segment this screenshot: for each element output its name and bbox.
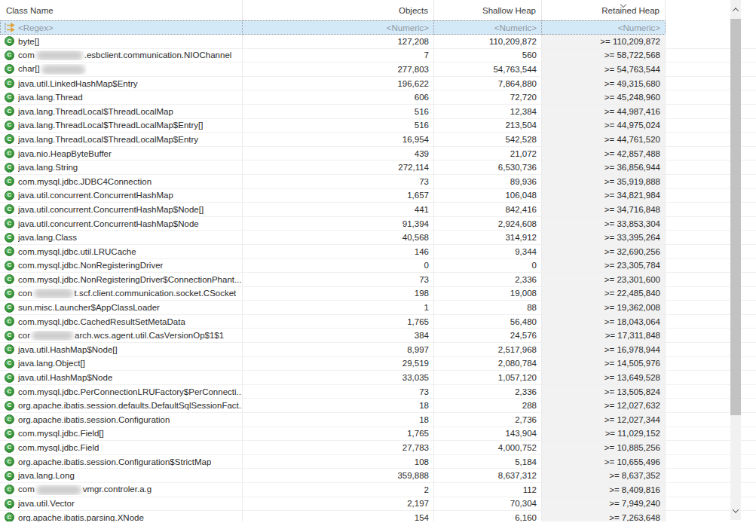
retained-heap-cell[interactable]: >= 7,949,240 — [542, 497, 666, 511]
retained-heap-cell[interactable]: >= 12,027,632 — [542, 399, 666, 412]
objects-cell[interactable]: 8,997 — [243, 343, 434, 356]
retained-heap-cell[interactable]: >= 32,690,256 — [542, 245, 666, 258]
shallow-heap-cell[interactable]: 19,008 — [434, 287, 542, 301]
scroll-up-button[interactable] — [730, 0, 741, 19]
retained-heap-cell[interactable]: >= 33,853,304 — [542, 217, 666, 231]
objects-cell[interactable]: 108 — [243, 455, 434, 469]
retained-heap-cell[interactable]: >= 44,761,520 — [542, 133, 666, 146]
retained-heap-cell[interactable]: >= 44,987,416 — [542, 105, 666, 118]
shallow-heap-cell[interactable]: 288 — [434, 399, 542, 412]
retained-heap-cell[interactable]: >= 22,485,840 — [542, 287, 666, 301]
table-row[interactable]: Cjava.util.Vector2,19770,304>= 7,949,240 — [0, 497, 756, 512]
table-row[interactable]: Cjava.util.HashMap$Node33,0351,057,120>=… — [0, 371, 756, 385]
objects-cell[interactable]: 359,888 — [243, 469, 434, 482]
table-row[interactable]: Cjava.lang.Object[]29,5192,080,784>= 14,… — [0, 357, 756, 371]
retained-heap-cell[interactable]: >= 16,978,944 — [542, 343, 666, 356]
objects-cell[interactable]: 384 — [243, 329, 434, 342]
retained-heap-filter-field[interactable]: <Numeric> — [542, 20, 666, 35]
class-name-cell[interactable]: Cjava.lang.Class — [0, 231, 243, 244]
objects-cell[interactable]: 441 — [243, 203, 434, 216]
shallow-heap-cell[interactable]: 88 — [434, 301, 542, 314]
class-name-cell[interactable]: Ccom.mysql.jdbc.NonRegisteringDriver — [0, 259, 243, 273]
shallow-heap-cell[interactable]: 1,057,120 — [434, 371, 542, 384]
table-row[interactable]: Ccom.mysql.jdbc.Field27,7834,000,752>= 1… — [0, 441, 756, 455]
class-name-cell[interactable]: Csun.misc.Launcher$AppClassLoader — [0, 301, 243, 314]
retained-heap-cell[interactable]: >= 11,029,152 — [542, 427, 666, 441]
shallow-heap-cell[interactable]: 842,416 — [434, 203, 542, 216]
retained-heap-cell[interactable]: >= 49,315,680 — [542, 77, 666, 90]
shallow-heap-cell[interactable]: 542,528 — [434, 133, 542, 146]
shallow-heap-cell[interactable]: 70,304 — [434, 497, 542, 511]
objects-cell[interactable]: 33,035 — [243, 371, 434, 384]
table-row[interactable]: Ccom.mysql.jdbc.Field[]1,765143,904>= 11… — [0, 427, 756, 442]
table-row[interactable]: Cjava.lang.ThreadLocal$ThreadLocalMap$En… — [0, 133, 756, 147]
retained-heap-cell[interactable]: >= 8,637,352 — [542, 469, 666, 482]
table-row[interactable]: Cjava.lang.Long359,8888,637,312>= 8,637,… — [0, 469, 756, 483]
objects-cell[interactable]: 606 — [243, 90, 434, 104]
table-row[interactable]: Ccom.mysql.jdbc.JDBC4Connection7389,936>… — [0, 175, 756, 189]
objects-cell[interactable]: 18 — [243, 399, 434, 412]
objects-cell[interactable]: 73 — [243, 385, 434, 399]
retained-heap-cell[interactable]: >= 8,409,816 — [542, 483, 666, 497]
shallow-heap-cell[interactable]: 314,912 — [434, 231, 542, 244]
class-name-cell[interactable]: Ccorarch.wcs.agent.util.CasVersionOp$1$1 — [0, 329, 243, 342]
shallow-heap-cell[interactable]: 106,048 — [434, 189, 542, 203]
table-row[interactable]: Cjava.nio.HeapByteBuffer43921,072>= 42,8… — [0, 147, 756, 161]
objects-cell[interactable]: 198 — [243, 287, 434, 301]
class-name-cell[interactable]: Cjava.lang.String — [0, 161, 243, 174]
class-name-cell[interactable]: Cjava.util.LinkedHashMap$Entry — [0, 77, 243, 90]
shallow-heap-cell[interactable]: 6,160 — [434, 511, 542, 521]
objects-cell[interactable]: 196,622 — [243, 77, 434, 90]
class-name-cell[interactable]: Corg.apache.ibatis.session.Configuration — [0, 413, 243, 427]
table-row[interactable]: Ccont.scf.client.communication.socket.CS… — [0, 287, 756, 301]
class-name-cell[interactable]: Ccom.mysql.jdbc.JDBC4Connection — [0, 175, 243, 188]
class-name-cell[interactable]: Ccom.mysql.jdbc.NonRegisteringDriver$Con… — [0, 273, 243, 286]
class-name-cell[interactable]: Cjava.util.concurrent.ConcurrentHashMap$… — [0, 217, 243, 231]
class-name-cell[interactable]: Cjava.util.concurrent.ConcurrentHashMap$… — [0, 203, 243, 216]
scroll-down-button[interactable] — [730, 501, 741, 520]
shallow-heap-cell[interactable]: 21,072 — [434, 147, 542, 161]
objects-cell[interactable]: 18 — [243, 413, 434, 427]
shallow-heap-cell[interactable]: 213,504 — [434, 119, 542, 133]
class-name-cell[interactable]: Cjava.lang.Long — [0, 469, 243, 482]
shallow-heap-cell[interactable]: 54,763,544 — [434, 63, 542, 76]
shallow-heap-cell[interactable]: 2,517,968 — [434, 343, 542, 356]
retained-heap-cell[interactable]: >= 45,248,960 — [542, 90, 666, 104]
class-name-cell[interactable]: Ccom.mysql.jdbc.PerConnectionLRUFactory$… — [0, 385, 243, 399]
class-name-cell[interactable]: Cjava.lang.ThreadLocal$ThreadLocalMap$En… — [0, 119, 243, 133]
table-row[interactable]: Cjava.util.concurrent.ConcurrentHashMap$… — [0, 203, 756, 217]
objects-cell[interactable]: 277,803 — [243, 63, 434, 76]
objects-filter-field[interactable]: <Numeric> — [243, 20, 434, 35]
retained-heap-cell[interactable]: >= 14,505,976 — [542, 357, 666, 371]
shallow-heap-cell[interactable]: 89,936 — [434, 175, 542, 188]
class-name-cell[interactable]: Corg.apache.ibatis.parsing.XNode — [0, 511, 243, 521]
retained-heap-cell[interactable]: >= 42,857,488 — [542, 147, 666, 161]
scrollbar-thumb[interactable] — [730, 19, 741, 415]
shallow-heap-cell[interactable]: 143,904 — [434, 427, 542, 441]
shallow-heap-cell[interactable]: 12,384 — [434, 105, 542, 118]
objects-cell[interactable]: 439 — [243, 147, 434, 161]
class-name-cell[interactable]: Cjava.util.HashMap$Node[] — [0, 343, 243, 356]
objects-cell[interactable]: 40,568 — [243, 231, 434, 244]
objects-cell[interactable]: 1,765 — [243, 315, 434, 329]
shallow-heap-cell[interactable]: 2,080,784 — [434, 357, 542, 371]
table-row[interactable]: Ccom.mysql.jdbc.util.LRUCache1469,344>= … — [0, 245, 756, 259]
objects-cell[interactable]: 146 — [243, 245, 434, 258]
shallow-heap-cell[interactable]: 112 — [434, 483, 542, 497]
class-name-cell[interactable]: Cjava.lang.ThreadLocal$ThreadLocalMap — [0, 105, 243, 118]
shallow-heap-cell[interactable]: 2,924,608 — [434, 217, 542, 231]
objects-cell[interactable]: 16,954 — [243, 133, 434, 146]
objects-cell[interactable]: 154 — [243, 511, 434, 521]
column-header-retained-heap[interactable]: Retained Heap — [542, 0, 666, 20]
shallow-heap-cell[interactable]: 8,637,312 — [434, 469, 542, 482]
shallow-heap-cell[interactable]: 9,344 — [434, 245, 542, 258]
table-row[interactable]: Corg.apache.ibatis.session.Configuration… — [0, 455, 756, 469]
table-row[interactable]: Cjava.lang.String272,1146,530,736>= 36,8… — [0, 161, 756, 175]
retained-heap-cell[interactable]: >= 13,649,528 — [542, 371, 666, 384]
class-name-cell[interactable]: Cjava.nio.HeapByteBuffer — [0, 147, 243, 161]
shallow-heap-filter-field[interactable]: <Numeric> — [434, 20, 542, 35]
column-header-class-name[interactable]: Class Name — [0, 0, 243, 20]
class-name-cell[interactable]: Corg.apache.ibatis.session.defaults.Defa… — [0, 399, 243, 412]
retained-heap-cell[interactable]: >= 7,263,648 — [542, 511, 666, 521]
objects-cell[interactable]: 73 — [243, 175, 434, 188]
